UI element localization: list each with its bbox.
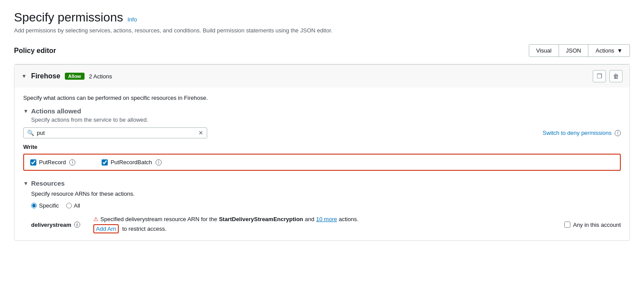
put-record-item[interactable]: PutRecord i [30,159,75,166]
warning-icon: ⚠ [93,216,99,222]
put-record-label: PutRecord [39,159,66,166]
firehose-title: Firehose [31,72,60,80]
deliverystream-warning: ⚠ Specified deliverystream resource ARN … [93,216,559,233]
actions-allowed-collapse-icon[interactable]: ▼ [23,108,28,114]
actions-search-box: 🔍 ✕ [23,127,207,138]
copy-icon: ❐ [597,73,602,80]
warning-text: ⚠ Specified deliverystream resource ARN … [93,216,559,222]
actions-allowed-title[interactable]: Actions allowed [31,107,81,115]
write-group-label: Write [23,144,621,150]
firehose-actions-toolbar: ❐ 🗑 [593,70,623,82]
add-arn-link[interactable]: Add Arn [96,225,116,232]
more-actions-link[interactable]: 10 more [316,216,337,222]
put-record-batch-checkbox[interactable] [102,159,108,166]
any-in-account: Any in this account [564,222,621,228]
switch-to-deny-link[interactable]: Switch to deny permissions i [542,130,621,136]
deliverystream-label: deliverystream i [31,222,88,228]
deliverystream-info-icon[interactable]: i [74,222,80,228]
firehose-section: ▼ Firehose Allow 2 Actions ❐ 🗑 Specify w… [14,64,630,241]
actions-search-input[interactable] [37,130,198,136]
resources-section: ▼ Resources Specify resource ARNs for th… [23,180,621,233]
all-radio-item[interactable]: All [66,202,80,209]
write-group: Write PutRecord i PutRecordBatch i [23,144,621,171]
put-record-batch-item[interactable]: PutRecordBatch i [102,159,162,166]
trash-icon: 🗑 [613,73,619,80]
resources-header: ▼ Resources [23,180,621,187]
resource-scope-radio-group: Specific All [31,202,621,209]
allow-badge: Allow [65,73,85,80]
put-record-checkbox[interactable] [30,159,36,166]
copy-statement-button[interactable]: ❐ [593,70,606,82]
actions-allowed-header: ▼ Actions allowed [23,107,621,115]
json-button[interactable]: JSON [559,44,589,57]
deliverystream-row: deliverystream i ⚠ Specified deliverystr… [31,216,621,233]
specific-radio-item[interactable]: Specific [31,202,59,209]
visual-button[interactable]: Visual [529,44,559,57]
chevron-down-icon: ▼ [617,47,623,54]
actions-allowed-section: ▼ Actions allowed Specify actions from t… [23,107,621,171]
resources-title[interactable]: Resources [31,180,65,187]
all-label: All [74,202,80,209]
collapse-arrow-icon[interactable]: ▼ [21,73,27,79]
policy-editor-label: Policy editor [14,47,56,55]
switch-info-icon[interactable]: i [615,130,621,136]
resources-collapse-icon[interactable]: ▼ [23,180,28,187]
any-in-account-label: Any in this account [573,222,621,228]
info-link[interactable]: Info [127,16,137,23]
firehose-title-row: ▼ Firehose Allow 2 Actions [21,72,112,80]
firehose-header: ▼ Firehose Allow 2 Actions ❐ 🗑 [14,65,630,88]
resources-body: Specify resource ARNs for these actions.… [23,190,621,233]
put-record-batch-info-icon[interactable]: i [156,159,162,166]
page-title: Specify permissions [14,11,123,25]
specific-label: Specific [39,202,59,209]
and-text: and [305,216,315,222]
put-record-info-icon[interactable]: i [69,159,75,166]
page-subtitle: Add permissions by selecting services, a… [14,27,630,34]
actions-button[interactable]: Actions ▼ [588,44,630,57]
specific-radio[interactable] [31,203,37,208]
firehose-body: Specify what actions can be performed on… [14,88,630,240]
start-delivery-action: StartDeliveryStreamEncryption [219,216,303,222]
resources-description: Specify resource ARNs for these actions. [31,190,621,197]
all-radio[interactable] [66,203,72,208]
search-icon: 🔍 [27,130,34,136]
any-in-account-checkbox[interactable] [564,222,570,228]
add-arn-row: Add Arn to restrict access. [93,224,559,233]
policy-editor-toolbar: Visual JSON Actions ▼ [529,44,630,57]
warning-prefix: Specified deliverystream resource ARN fo… [100,216,217,222]
actions-allowed-subtitle: Specify actions from the service to be a… [31,116,621,123]
restrict-text: to restrict access. [122,225,166,232]
actions-count: 2 Actions [89,73,112,80]
actions-search-row: 🔍 ✕ Switch to deny permissions i [23,127,621,138]
clear-search-icon[interactable]: ✕ [198,130,203,136]
warning-suffix: actions. [339,216,358,222]
put-record-batch-label: PutRecordBatch [110,159,152,166]
delete-statement-button[interactable]: 🗑 [609,70,623,82]
firehose-description: Specify what actions can be performed on… [23,95,621,101]
add-arn-highlighted-box: Add Arn [93,224,119,233]
actions-checkbox-group: PutRecord i PutRecordBatch i [23,154,621,171]
